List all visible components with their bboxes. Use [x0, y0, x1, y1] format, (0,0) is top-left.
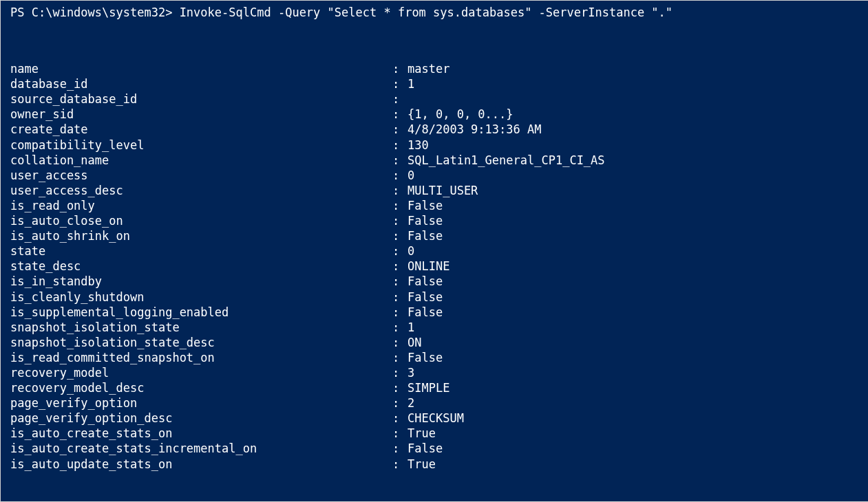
separator: : — [392, 213, 407, 228]
output-row: state_desc: ONLINE — [10, 259, 858, 274]
output-row: database_id: 1 — [10, 76, 858, 91]
property-value: True — [407, 457, 858, 472]
property-value: MULTI_USER — [407, 183, 858, 198]
separator: : — [392, 441, 407, 456]
prompt-line[interactable]: PS C:\windows\system32> Invoke-SqlCmd -Q… — [1, 5, 868, 20]
property-key: owner_sid — [10, 107, 392, 122]
property-value: 0 — [407, 243, 858, 259]
separator: : — [392, 61, 407, 76]
property-key: page_verify_option_desc — [10, 411, 392, 426]
property-value: False — [407, 305, 858, 320]
property-value: False — [407, 350, 858, 365]
property-value: False — [407, 228, 858, 243]
property-key: create_date — [10, 122, 392, 137]
property-key: state_desc — [10, 259, 392, 274]
separator: : — [392, 380, 407, 395]
property-value: 4/8/2003 9:13:36 AM — [407, 122, 858, 137]
property-key: collation_name — [10, 153, 392, 168]
property-key: page_verify_option — [10, 395, 392, 411]
property-value: 130 — [407, 138, 858, 153]
property-key: is_auto_create_stats_incremental_on — [10, 441, 392, 456]
output-row: is_read_only: False — [10, 198, 858, 213]
property-key: is_cleanly_shutdown — [10, 290, 392, 305]
output-row: is_auto_shrink_on: False — [10, 228, 858, 243]
property-value: 0 — [407, 168, 858, 183]
property-key: source_database_id — [10, 91, 392, 107]
output-row: compatibility_level: 130 — [10, 138, 858, 153]
separator: : — [392, 290, 407, 305]
property-key: is_auto_update_stats_on — [10, 457, 392, 472]
separator: : — [392, 335, 407, 350]
output-row: page_verify_option_desc: CHECKSUM — [10, 411, 858, 426]
property-value: 1 — [407, 320, 858, 335]
output-row: user_access: 0 — [10, 168, 858, 183]
separator: : — [392, 168, 407, 183]
separator: : — [392, 198, 407, 213]
separator: : — [392, 243, 407, 259]
property-key: is_auto_create_stats_on — [10, 426, 392, 441]
separator: : — [392, 76, 407, 91]
output-row: create_date: 4/8/2003 9:13:36 AM — [10, 122, 858, 137]
property-key: is_read_only — [10, 198, 392, 213]
output-row: is_auto_update_stats_on: True — [10, 457, 858, 472]
separator: : — [392, 411, 407, 426]
property-key: is_auto_shrink_on — [10, 228, 392, 243]
property-value: False — [407, 441, 858, 456]
separator: : — [392, 153, 407, 168]
output-row: is_auto_close_on: False — [10, 213, 858, 228]
output-row: is_in_standby: False — [10, 274, 858, 289]
output-row: is_cleanly_shutdown: False — [10, 290, 858, 305]
separator: : — [392, 457, 407, 472]
output-row: is_read_committed_snapshot_on: False — [10, 350, 858, 365]
property-value: SIMPLE — [407, 380, 858, 395]
output-row: is_auto_create_stats_incremental_on: Fal… — [10, 441, 858, 456]
separator: : — [392, 350, 407, 365]
property-key: compatibility_level — [10, 138, 392, 153]
property-value: False — [407, 213, 858, 228]
property-value: {1, 0, 0, 0...} — [407, 107, 858, 122]
property-key: is_supplemental_logging_enabled — [10, 305, 392, 320]
output-row: state: 0 — [10, 243, 858, 259]
property-key: user_access_desc — [10, 183, 392, 198]
output-row: source_database_id: — [10, 91, 858, 107]
separator: : — [392, 91, 407, 107]
property-value: False — [407, 198, 858, 213]
separator: : — [392, 395, 407, 411]
property-key: snapshot_isolation_state — [10, 320, 392, 335]
output-row: user_access_desc: MULTI_USER — [10, 183, 858, 198]
property-key: is_read_committed_snapshot_on — [10, 350, 392, 365]
output-row: page_verify_option: 2 — [10, 395, 858, 411]
property-key: recovery_model_desc — [10, 380, 392, 395]
separator: : — [392, 228, 407, 243]
output-row: recovery_model_desc: SIMPLE — [10, 380, 858, 395]
property-value: 2 — [407, 395, 858, 411]
separator: : — [392, 365, 407, 380]
property-value: True — [407, 426, 858, 441]
property-value: 3 — [407, 365, 858, 380]
property-key: user_access — [10, 168, 392, 183]
output-row: name: master — [10, 61, 858, 76]
separator: : — [392, 183, 407, 198]
property-key: recovery_model — [10, 365, 392, 380]
output-row: owner_sid: {1, 0, 0, 0...} — [10, 107, 858, 122]
property-value: False — [407, 274, 858, 289]
property-value: ON — [407, 335, 858, 350]
output-row: is_supplemental_logging_enabled: False — [10, 305, 858, 320]
property-value: False — [407, 290, 858, 305]
property-value: master — [407, 61, 858, 76]
separator: : — [392, 107, 407, 122]
property-key: is_in_standby — [10, 274, 392, 289]
separator: : — [392, 320, 407, 335]
output-row: recovery_model: 3 — [10, 365, 858, 380]
property-value: CHECKSUM — [407, 411, 858, 426]
separator: : — [392, 426, 407, 441]
output-row: snapshot_isolation_state_desc: ON — [10, 335, 858, 350]
separator: : — [392, 259, 407, 274]
separator: : — [392, 138, 407, 153]
property-key: is_auto_close_on — [10, 213, 392, 228]
command-output: name: masterdatabase_id: 1source_databas… — [1, 61, 868, 472]
output-row: collation_name: SQL_Latin1_General_CP1_C… — [10, 153, 858, 168]
property-value: SQL_Latin1_General_CP1_CI_AS — [407, 153, 858, 168]
property-value — [407, 91, 858, 107]
separator: : — [392, 274, 407, 289]
